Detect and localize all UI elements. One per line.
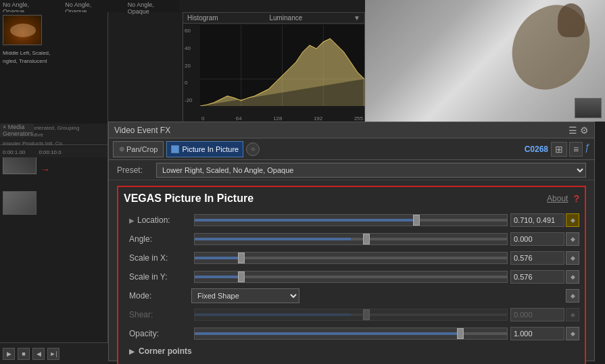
- about-link[interactable]: About: [547, 194, 568, 203]
- pan-crop-label: Pan/Crop: [126, 145, 158, 153]
- angle-slider[interactable]: [194, 233, 508, 245]
- histogram-x-axis: 0 64 128 192 255: [200, 115, 364, 122]
- mode-row: Mode: Fixed Shape ◆: [124, 287, 579, 305]
- histogram-y-axis: 60 40 20 0 -20: [183, 25, 200, 106]
- shear-thumb: [363, 309, 370, 320]
- toolbar-right-icons: ⊞ ≡ ƒ: [551, 142, 590, 157]
- scale-x-thumb[interactable]: [238, 253, 245, 263]
- track-thumbnail-2[interactable]: [3, 191, 37, 215]
- shear-keyframe: ◆: [566, 308, 579, 321]
- opacity-label: Opacity:: [124, 329, 191, 338]
- panel-menu-icon[interactable]: ☰: [568, 125, 577, 136]
- label-no-angle-1: No Angle, Opaque: [3, 1, 51, 11]
- opacity-slider[interactable]: [194, 328, 508, 340]
- media-generators-tab[interactable]: × Media Generators: [0, 124, 36, 137]
- scale-y-keyframe[interactable]: ◆: [566, 270, 579, 284]
- scale-x-value: 0.576: [510, 251, 564, 265]
- location-keyframe[interactable]: ◆: [566, 213, 579, 227]
- angle-keyframe[interactable]: ◆: [566, 232, 579, 246]
- corner-label: Corner points: [139, 346, 192, 356]
- media-tab-area: × Media Generators: [0, 124, 34, 137]
- timeline-arrow: →: [41, 164, 50, 175]
- toolbar-grid-icon[interactable]: ⊞: [551, 142, 567, 157]
- histogram-canvas: [200, 25, 364, 106]
- left-thumbnails: Middle Left, Scaled, ngled, Translucent: [0, 12, 108, 124]
- opacity-thumb[interactable]: [457, 328, 464, 339]
- histogram-dropdown-icon[interactable]: ▼: [354, 14, 360, 22]
- angle-thumb[interactable]: [363, 234, 370, 244]
- pip-box-header: VEGAS Picture In Picture About ?: [124, 192, 579, 205]
- angle-label: Angle:: [124, 234, 191, 244]
- preset-select[interactable]: Lower Right, Scaled, No Angle, Opaque: [156, 163, 586, 178]
- thumbnail-eye: [3, 15, 42, 45]
- panel-icons: ☰ ⚙: [568, 125, 589, 136]
- scale-y-thumb[interactable]: [238, 271, 245, 282]
- angle-value: 0.000: [510, 232, 564, 246]
- back-btn[interactable]: ◀: [32, 348, 45, 360]
- cat-preview: [365, 0, 605, 122]
- scale-y-value: 0.576: [510, 270, 564, 284]
- preset-label: Preset:: [117, 165, 151, 175]
- pip-box: VEGAS Picture In Picture About ? ▶ Locat…: [117, 186, 586, 364]
- scale-y-row: Scale in Y: 0.576 ◆: [124, 268, 579, 286]
- pip-checkbox[interactable]: [171, 145, 179, 153]
- location-value: 0.710, 0.491: [510, 213, 564, 227]
- play-btn[interactable]: ▶: [3, 348, 15, 360]
- shear-slider: [194, 309, 508, 321]
- location-thumb[interactable]: [413, 215, 420, 226]
- mode-select[interactable]: Fixed Shape: [191, 288, 299, 303]
- mode-keyframe[interactable]: ◆: [566, 289, 579, 303]
- opacity-row: Opacity: 1.000 ◆: [124, 325, 579, 342]
- scale-y-label: Scale in Y:: [124, 272, 191, 282]
- thumb-label-2: ngled, Translucent: [3, 55, 47, 65]
- panel-titlebar: Video Event FX ☰ ⚙: [109, 122, 594, 138]
- pip-button-group[interactable]: Picture In Picture: [166, 141, 243, 157]
- next-btn[interactable]: ►|: [47, 348, 59, 360]
- mode-label: Mode:: [124, 291, 191, 301]
- toolbar-row: ⊕ Pan/Crop Picture In Picture ○ C0268 ⊞ …: [109, 138, 594, 160]
- corner-points-row[interactable]: ▶ Corner points: [124, 344, 579, 359]
- timeline-controls: ▶ ■ ◀ ►|: [0, 342, 108, 364]
- timeline-track: → 0:00:1.00 0:00:10.0: [0, 145, 108, 361]
- timecode-bar: 0:00:1.00 0:00:10.0: [0, 147, 107, 157]
- event-code: C0268: [525, 145, 548, 154]
- top-labels: No Angle, Opaque No Angle, Opaque No Ang…: [0, 0, 179, 12]
- histogram-channel: Luminance: [269, 14, 302, 22]
- pip-btn-label: Picture In Picture: [182, 145, 239, 153]
- scale-y-slider[interactable]: [194, 271, 508, 283]
- scale-x-slider[interactable]: [194, 252, 508, 264]
- vefx-panel: Video Event FX ☰ ⚙ ⊕ Pan/Crop Picture In…: [108, 122, 595, 361]
- preset-row: Preset: Lower Right, Scaled, No Angle, O…: [109, 160, 594, 180]
- label-no-angle-3: No Angle, Opaque: [128, 1, 176, 11]
- scale-x-keyframe[interactable]: ◆: [566, 251, 579, 265]
- pan-crop-icon: ⊕: [119, 145, 124, 153]
- opacity-value: 1.000: [510, 327, 564, 340]
- location-expand[interactable]: ▶: [129, 217, 135, 224]
- pan-crop-button[interactable]: ⊕ Pan/Crop: [113, 141, 164, 157]
- toolbar-fx-icon[interactable]: ƒ: [585, 142, 590, 157]
- label-no-angle-2: No Angle, Opaque: [65, 1, 114, 11]
- scale-x-row: Scale in X: 0.576 ◆: [124, 249, 579, 267]
- panel-title: Video Event FX: [114, 126, 170, 135]
- circle-btn[interactable]: ○: [246, 142, 260, 156]
- location-row: ▶ Location: 0.710, 0.491 ◆: [124, 211, 579, 229]
- location-label: ▶ Location:: [124, 215, 191, 225]
- angle-row: Angle: 0.000 ◆: [124, 230, 579, 248]
- histogram-header: Histogram Luminance ▼: [183, 13, 364, 24]
- location-slider[interactable]: [194, 214, 508, 226]
- scale-x-label: Scale in X:: [124, 253, 191, 263]
- histogram-title: Histogram: [187, 14, 218, 22]
- help-button[interactable]: ?: [573, 193, 579, 204]
- cat-image: [365, 0, 605, 122]
- panel-close-icon[interactable]: ⚙: [580, 125, 589, 136]
- toolbar-list-icon[interactable]: ≡: [569, 142, 583, 157]
- opacity-keyframe[interactable]: ◆: [566, 327, 579, 340]
- stop-btn[interactable]: ■: [18, 348, 30, 360]
- shear-value: 0.000: [510, 308, 564, 321]
- pip-header-right: About ?: [547, 193, 579, 204]
- corner-arrow-icon: ▶: [129, 347, 135, 356]
- pip-title: VEGAS Picture In Picture: [124, 192, 253, 205]
- shear-label: Shear:: [124, 310, 191, 319]
- shear-row: Shear: 0.000 ◆: [124, 306, 579, 323]
- histogram-area: Histogram Luminance ▼ 60 40 20 0 -20 0 6…: [183, 12, 365, 124]
